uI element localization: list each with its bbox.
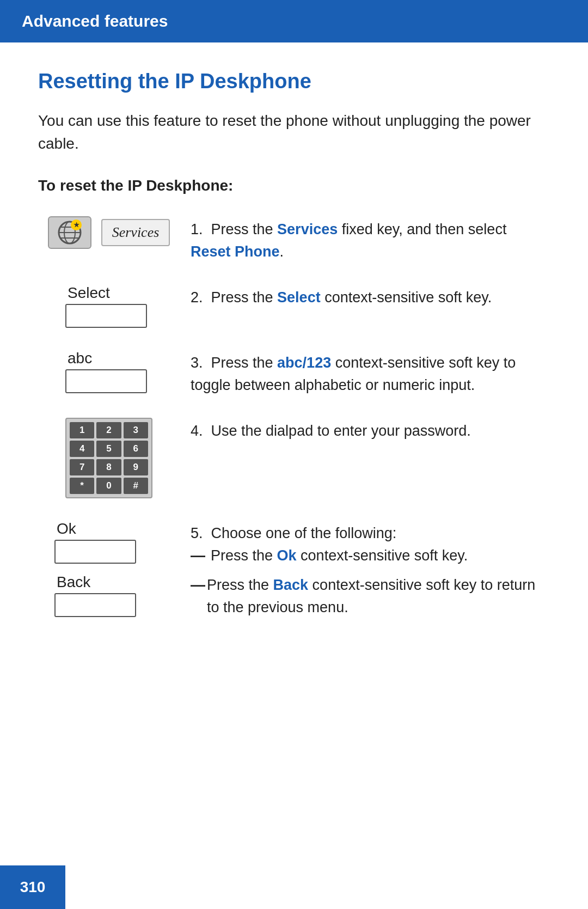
- main-content: Resetting the IP Deskphone You can use t…: [0, 42, 588, 680]
- back-key-group: Back: [54, 574, 142, 617]
- step-4-text: 4. Use the dialpad to enter your passwor…: [191, 418, 550, 442]
- back-key-box: [54, 593, 136, 617]
- dialpad-key-4: 4: [70, 441, 94, 457]
- services-key-button[interactable]: Services: [101, 219, 170, 246]
- step-1-visual: ★ Services: [38, 216, 191, 251]
- step-5-row: Ok Back 5. Choose one of the following: …: [38, 520, 550, 626]
- step-4-visual: 123456789*0#: [38, 418, 191, 498]
- ok-key-box: [54, 540, 136, 564]
- dialpad-key-8: 8: [96, 459, 121, 475]
- dialpad-key-6: 6: [124, 441, 148, 457]
- reset-phone-link: Reset Phone: [191, 243, 280, 260]
- dialpad-key-1: 1: [70, 422, 94, 438]
- steps-container: ★ Services 1. Press the Services fixed k…: [38, 216, 550, 648]
- dialpad-key-0: 0: [96, 478, 121, 494]
- page-footer: 310: [0, 865, 65, 909]
- back-link: Back: [273, 577, 309, 593]
- step-5-bullets: — Press the Ok context-sensitive soft ke…: [191, 545, 550, 619]
- services-link: Services: [277, 221, 338, 237]
- header-bar: Advanced features: [0, 0, 588, 42]
- svg-text:★: ★: [73, 221, 79, 229]
- step-1-number: 1.: [191, 221, 211, 237]
- step-2-row: Select 2. Press the Select context-sensi…: [38, 284, 550, 328]
- abc123-link: abc/123: [277, 355, 331, 371]
- dialpad-key-3: 3: [124, 422, 148, 438]
- globe-key-icon: ★: [48, 216, 91, 249]
- step-4-number: 4.: [191, 423, 211, 439]
- step-4-row: 123456789*0# 4. Use the dialpad to enter…: [38, 418, 550, 498]
- ok-label: Ok: [54, 520, 76, 538]
- dialpad-key-7: 7: [70, 459, 94, 475]
- step-3-number: 3.: [191, 355, 211, 371]
- step-4-body: Use the dialpad to enter your password.: [211, 423, 471, 439]
- dialpad-key-*: *: [70, 478, 94, 494]
- step-2-visual: Select: [38, 284, 191, 328]
- step-5-visual: Ok Back: [38, 520, 191, 617]
- dialpad-key-5: 5: [96, 441, 121, 457]
- step-5-number: 5.: [191, 525, 211, 541]
- page-title: Resetting the IP Deskphone: [38, 70, 550, 93]
- step-2-text: 2. Press the Select context-sensitive so…: [191, 284, 550, 309]
- ok-back-group: Ok Back: [54, 520, 163, 617]
- abc-key-box: [65, 369, 147, 393]
- select-key-group: Select: [65, 284, 152, 328]
- step-3-visual: abc: [38, 350, 191, 393]
- dialpad-key-#: #: [124, 478, 148, 494]
- subheading: To reset the IP Deskphone:: [38, 177, 550, 194]
- services-icons: ★ Services: [48, 216, 170, 249]
- step-3-row: abc 3. Press the abc/123 context-sensiti…: [38, 350, 550, 396]
- ok-link: Ok: [277, 547, 297, 564]
- intro-text: You can use this feature to reset the ph…: [38, 109, 550, 155]
- step-1-text: 1. Press the Services fixed key, and the…: [191, 216, 550, 263]
- select-label: Select: [65, 284, 110, 302]
- bullet-back: — Press the Back context-sensitive soft …: [191, 574, 550, 618]
- step-2-number: 2.: [191, 289, 211, 306]
- select-key-box: [65, 304, 147, 328]
- select-link: Select: [277, 289, 321, 306]
- abc-label: abc: [65, 350, 92, 367]
- back-label: Back: [54, 574, 90, 591]
- abc-key-group: abc: [65, 350, 152, 393]
- dialpad-key-2: 2: [96, 422, 121, 438]
- header-label: Advanced features: [22, 12, 168, 30]
- page-number: 310: [20, 879, 46, 896]
- step-3-text: 3. Press the abc/123 context-sensitive s…: [191, 350, 550, 396]
- dialpad-key-9: 9: [124, 459, 148, 475]
- bullet-ok: — Press the Ok context-sensitive soft ke…: [191, 545, 550, 567]
- step-5-text: 5. Choose one of the following: — Press …: [191, 520, 550, 626]
- step-1-row: ★ Services 1. Press the Services fixed k…: [38, 216, 550, 263]
- ok-key-group: Ok: [54, 520, 142, 564]
- dialpad-grid: 123456789*0#: [65, 418, 152, 498]
